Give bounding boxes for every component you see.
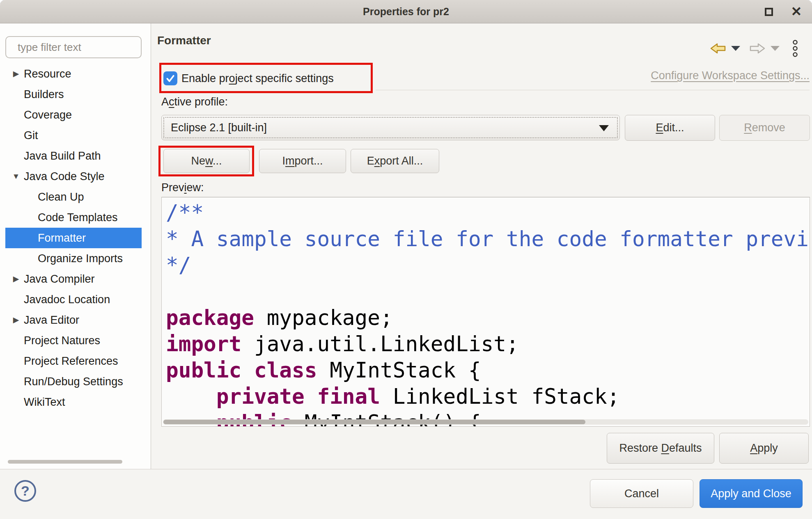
sidebar-item-coverage[interactable]: Coverage: [5, 105, 142, 125]
maximize-icon: [765, 8, 773, 16]
enable-project-settings-checkbox[interactable]: [163, 71, 177, 85]
preview-scrollbar-track[interactable]: [163, 419, 808, 425]
code-line: package mypackage;: [166, 305, 810, 331]
sidebar-tree: ▶ResourceBuildersCoverageGitJava Build P…: [0, 64, 151, 412]
sidebar-item-label: WikiText: [24, 396, 65, 409]
cancel-button[interactable]: Cancel: [590, 479, 693, 508]
code-line: import java.util.LinkedList;: [166, 331, 810, 357]
sidebar-item-label: Clean Up: [38, 191, 84, 203]
chevron-down-icon: [770, 46, 780, 51]
sidebar-item-label: Resource: [24, 68, 71, 80]
chevron-right-icon[interactable]: ▶: [9, 269, 23, 289]
forward-history-dropdown[interactable]: [770, 46, 780, 51]
edit-button[interactable]: Edit...: [625, 115, 715, 141]
sidebar-item-label: Run/Debug Settings: [24, 375, 123, 388]
sidebar-item-resource[interactable]: ▶Resource: [5, 64, 142, 84]
remove-button[interactable]: Remove: [719, 115, 810, 141]
sidebar-item-label: Coverage: [24, 109, 72, 121]
sidebar-horizontal-scrollbar[interactable]: [8, 460, 122, 464]
section-separator: [376, 90, 810, 90]
sidebar-item-clean-up[interactable]: Clean Up: [5, 187, 142, 207]
apply-button[interactable]: Apply: [719, 433, 809, 464]
preview-scrollbar-thumb[interactable]: [163, 420, 585, 424]
sidebar-item-label: Project References: [24, 355, 118, 368]
sidebar-item-label: Java Editor: [24, 314, 79, 327]
code-line: */: [166, 252, 810, 279]
maximize-button[interactable]: [760, 0, 778, 23]
preview-label: Preview:: [161, 181, 204, 194]
properties-dialog: Properties for pr2 ✕ ▶ResourceBuildersCo…: [0, 0, 812, 519]
sidebar-item-label: Java Build Path: [24, 150, 101, 162]
enable-project-settings-label: Enable project specific settings: [181, 71, 334, 85]
sidebar-item-label: Java Code Style: [24, 170, 105, 183]
dialog-footer: ? Cancel Apply and Close: [0, 469, 812, 519]
restore-defaults-button[interactable]: Restore Defaults: [607, 433, 714, 464]
sidebar-item-label: Formatter: [38, 232, 86, 245]
sidebar-item-project-natures[interactable]: Project Natures: [5, 330, 142, 351]
sidebar-item-label: Java Compiler: [24, 273, 95, 286]
active-profile-select[interactable]: Eclipse 2.1 [built-in]: [161, 115, 620, 140]
code-line: [166, 279, 810, 305]
chevron-right-icon[interactable]: ▶: [9, 310, 23, 330]
close-icon: ✕: [791, 0, 802, 23]
close-button[interactable]: ✕: [787, 0, 805, 23]
sidebar-item-label: Builders: [24, 88, 64, 101]
sidebar-item-label: Javadoc Location: [24, 293, 110, 306]
forward-button[interactable]: [750, 43, 765, 54]
active-profile-value: Eclipse 2.1 [built-in]: [162, 121, 267, 134]
sidebar-item-java-build-path[interactable]: Java Build Path: [5, 146, 142, 166]
back-button[interactable]: [710, 43, 726, 54]
view-menu-button[interactable]: [792, 40, 798, 57]
sidebar-item-builders[interactable]: Builders: [5, 84, 142, 105]
preview-code: /*** A sample source file for the code f…: [162, 197, 810, 427]
sidebar-item-formatter[interactable]: Formatter: [5, 228, 142, 248]
sidebar-item-git[interactable]: Git: [5, 125, 142, 146]
question-mark-icon: ?: [21, 483, 30, 499]
check-icon: [165, 73, 176, 84]
configure-workspace-settings-link[interactable]: Configure Workspace Settings...: [651, 69, 810, 82]
new-profile-button[interactable]: New...: [163, 149, 250, 173]
formatter-settings-panel: Formatter: [151, 23, 812, 469]
history-toolbar: [710, 40, 798, 57]
preferences-sidebar: ▶ResourceBuildersCoverageGitJava Build P…: [0, 23, 151, 469]
back-history-dropdown[interactable]: [731, 46, 741, 51]
sidebar-item-java-code-style[interactable]: ▼Java Code Style: [5, 166, 142, 187]
back-arrow-icon: [710, 43, 726, 54]
code-line: /**: [166, 200, 810, 226]
chevron-down-icon: [731, 46, 741, 51]
sidebar-item-project-references[interactable]: Project References: [5, 351, 142, 371]
sidebar-item-label: Code Templates: [38, 211, 118, 224]
sidebar-item-code-templates[interactable]: Code Templates: [5, 207, 142, 228]
formatter-preview-pane: /*** A sample source file for the code f…: [161, 197, 810, 427]
chevron-right-icon[interactable]: ▶: [9, 64, 23, 84]
code-line: public class MyIntStack {: [166, 357, 810, 384]
titlebar: Properties for pr2 ✕: [0, 0, 812, 23]
sidebar-item-label: Organize Imports: [38, 252, 123, 265]
import-button[interactable]: Import...: [259, 149, 346, 173]
sidebar-item-wikitext[interactable]: WikiText: [5, 392, 142, 412]
dropdown-arrow-icon: [599, 125, 609, 131]
active-profile-label: Active profile:: [161, 96, 228, 108]
sidebar-item-label: Project Natures: [24, 334, 100, 347]
sidebar-item-java-compiler[interactable]: ▶Java Compiler: [5, 269, 142, 289]
sidebar-item-javadoc-location[interactable]: Javadoc Location: [5, 289, 142, 310]
window-title: Properties for pr2: [0, 0, 812, 23]
sidebar-item-label: Git: [24, 129, 38, 142]
apply-and-close-button[interactable]: Apply and Close: [700, 479, 803, 508]
sidebar-item-run-debug-settings[interactable]: Run/Debug Settings: [5, 371, 142, 392]
code-line: * A sample source file for the code form…: [166, 226, 810, 252]
export-all-button[interactable]: Export All...: [351, 149, 439, 173]
forward-arrow-icon: [750, 43, 765, 54]
chevron-down-icon[interactable]: ▼: [9, 166, 23, 187]
sidebar-item-java-editor[interactable]: ▶Java Editor: [5, 310, 142, 330]
kebab-menu-icon: [792, 40, 798, 57]
help-button[interactable]: ?: [14, 480, 36, 502]
code-line: private final LinkedList fStack;: [166, 384, 810, 410]
sidebar-item-organize-imports[interactable]: Organize Imports: [5, 248, 142, 269]
filter-input[interactable]: [5, 36, 142, 58]
page-title: Formatter: [157, 34, 211, 47]
